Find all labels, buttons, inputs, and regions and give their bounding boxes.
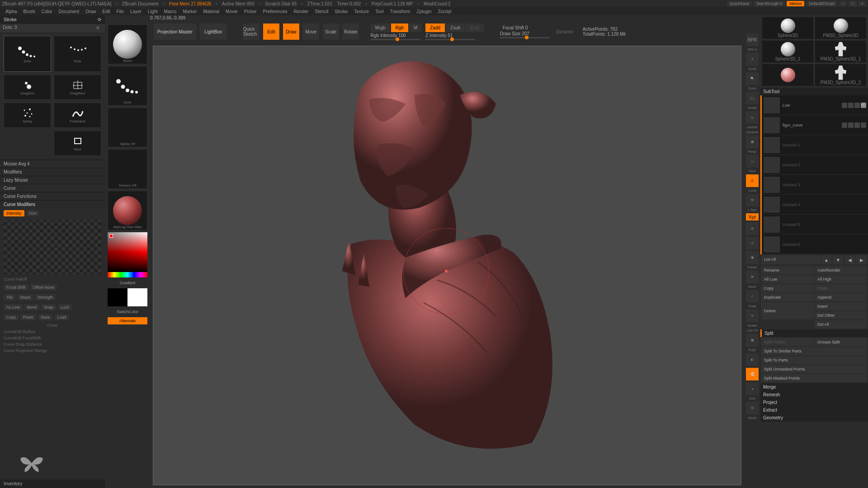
stroke-type-rect[interactable]: Rect <box>54 131 101 156</box>
alllow-button[interactable]: All Low <box>761 275 814 283</box>
quicksketch-button[interactable]: Quick Sketch <box>243 23 259 40</box>
subtool-item-1[interactable]: figur_curve <box>762 115 868 135</box>
append-button[interactable]: Append <box>815 293 867 301</box>
move-in-button[interactable]: ◀ <box>844 255 855 264</box>
menu-movie[interactable]: Movie <box>223 8 241 15</box>
move-down-button[interactable]: ▼ <box>833 255 844 264</box>
m-button[interactable]: M <box>409 23 422 32</box>
xpose-button[interactable]: ⊞ <box>746 402 759 414</box>
rotate-button[interactable]: Rotate <box>343 23 359 40</box>
menus-toggle[interactable]: Menus <box>787 1 804 6</box>
asline-btn[interactable]: As Line <box>4 304 23 310</box>
menu-alpha[interactable]: Alpha <box>3 8 20 15</box>
menu-document[interactable]: Document <box>56 8 82 15</box>
delother-button[interactable]: Del Other <box>815 311 867 319</box>
splitunmasked-button[interactable]: Split Unmasked Points <box>761 365 867 373</box>
subtool-header[interactable]: SubTool <box>760 88 868 95</box>
subtool-item-4[interactable]: Unused 3 <box>762 175 868 195</box>
dynamic-label[interactable]: Dynamic <box>553 29 576 34</box>
remesh-header[interactable]: Remesh <box>760 391 868 399</box>
menu-zscript[interactable]: Zscript <box>435 8 454 15</box>
alternate-btn[interactable]: Alternate <box>108 317 147 324</box>
merge-header[interactable]: Merge <box>760 383 868 391</box>
subtool-item-2[interactable]: Unused 1 <box>762 135 868 155</box>
refresh-icon[interactable]: ⟳ <box>98 17 101 22</box>
menu-texture[interactable]: Texture <box>351 8 372 15</box>
splitmasked-button[interactable]: Split Masked Points <box>761 374 867 382</box>
curve-modifiers-section[interactable]: Curve Modifiers <box>0 200 105 208</box>
scroll-button[interactable]: ⇕ <box>746 53 759 66</box>
stroke-r-button[interactable]: R <box>94 25 103 31</box>
snap-btn[interactable]: Snap <box>41 304 56 310</box>
subtool-item-5[interactable]: Unused 4 <box>762 195 868 215</box>
xyz-button[interactable]: Xyz <box>746 213 759 221</box>
duplicate-button[interactable]: Duplicate <box>761 293 814 301</box>
intensity-toggle[interactable]: Intensity <box>4 210 24 216</box>
local-button[interactable]: ⊙ <box>746 174 759 187</box>
center-button[interactable]: ⊕ <box>746 222 759 235</box>
window-min-icon[interactable]: – <box>839 1 847 6</box>
curve-falloff-graph[interactable] <box>4 220 101 274</box>
draw-size-slider[interactable]: Draw Size 207 <box>500 31 550 38</box>
bend-btn[interactable]: Bend <box>24 304 39 310</box>
defaultscript-button[interactable]: DefaultZScript <box>806 1 837 6</box>
tool-thumb-3[interactable]: PM3D_Sphere3D_1 <box>815 41 866 62</box>
tool-thumb-5[interactable]: PM3D_Sphere3D_2 <box>815 64 866 86</box>
strength-btn[interactable]: Strength <box>35 294 56 300</box>
save-btn[interactable]: Save <box>38 314 53 320</box>
gradient-btn[interactable]: Gradient <box>108 279 147 286</box>
menu-stroke[interactable]: Stroke <box>332 8 350 15</box>
extract-header[interactable]: Extract <box>760 406 868 414</box>
zoom-button[interactable]: 🔍 <box>746 72 759 85</box>
mouse-avg-slider[interactable]: Mouse Avg 4 <box>0 160 105 168</box>
close-btn[interactable]: Close <box>0 322 105 328</box>
transp-button[interactable]: ◐ <box>746 353 759 366</box>
copy-btn[interactable]: Copy <box>4 314 19 320</box>
menu-transform[interactable]: Transform <box>387 8 413 15</box>
hue-bar[interactable] <box>108 272 147 277</box>
zsub-button[interactable]: Zsub <box>446 23 465 32</box>
ghost-button[interactable]: 👻 <box>746 368 759 380</box>
curveedit-radius[interactable]: CurveEdit Radius <box>0 328 105 335</box>
paste-subtool-button[interactable]: Paste <box>815 284 867 292</box>
listall-button[interactable]: List All <box>761 255 820 264</box>
groupssplit-button[interactable]: Groups Split <box>815 338 867 346</box>
polyf-button[interactable]: ▦ <box>746 334 759 347</box>
color-swatches[interactable] <box>108 288 147 306</box>
menu-render[interactable]: Render <box>291 8 311 15</box>
splitparts-button[interactable]: Split To Parts <box>761 356 867 364</box>
bpr-button[interactable]: BPR <box>746 33 759 46</box>
viewport[interactable] <box>153 46 741 485</box>
mrgb-button[interactable]: Mrgb <box>371 23 390 32</box>
xform-rotate-button[interactable]: ⟲ <box>746 310 759 322</box>
stroke-type-dots2[interactable]: Dots <box>54 36 101 72</box>
solo-button[interactable]: ● <box>746 382 759 395</box>
persp-button[interactable]: ▦ <box>746 136 759 148</box>
z-intensity-slider[interactable]: Z Intensity 51 <box>425 33 483 40</box>
fit-button[interactable]: ◎ <box>746 237 759 249</box>
inventory-section[interactable]: Inventory <box>0 479 105 488</box>
aahalf-button[interactable]: ½ <box>746 111 759 124</box>
move-out-button[interactable]: ▶ <box>856 255 867 264</box>
curve-snap-distance[interactable]: Curve Snap Distance <box>0 341 105 347</box>
load-btn[interactable]: Load <box>55 314 69 320</box>
focal-shift-btn[interactable]: Focal Shift <box>4 284 28 291</box>
offset-none-btn[interactable]: Offset None <box>30 284 57 291</box>
focal-shift-slider[interactable]: Focal Shift 0 <box>500 25 550 30</box>
tile-btn[interactable]: Tile <box>4 294 15 300</box>
menu-preferences[interactable]: Preferences <box>260 8 290 15</box>
allhigh-button[interactable]: All High <box>815 275 867 283</box>
lightbox-button[interactable]: LightBox <box>200 23 227 40</box>
lsym-button[interactable]: ⇆ <box>746 194 759 206</box>
curve-functions-section[interactable]: Curve Functions <box>0 192 105 200</box>
tool-thumb-1[interactable]: PM3D_Sphere3D <box>815 17 866 39</box>
menu-material[interactable]: Material <box>201 8 222 15</box>
stroke-type-spray[interactable]: Spray <box>4 103 51 128</box>
geometry-header[interactable]: Geometry <box>760 414 868 422</box>
rgb-button[interactable]: Rgb <box>391 23 408 32</box>
zcut-button[interactable]: Zcut <box>466 23 483 32</box>
subtool-item-7[interactable]: Unused 6 <box>762 235 868 254</box>
frame-button[interactable]: ▣ <box>746 251 759 264</box>
actual-button[interactable]: 1:1 <box>746 92 759 104</box>
menu-color[interactable]: Color <box>39 8 55 15</box>
